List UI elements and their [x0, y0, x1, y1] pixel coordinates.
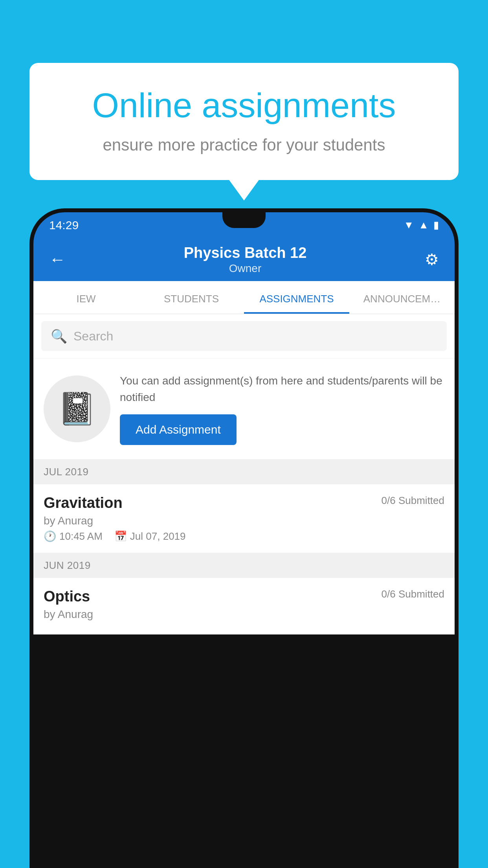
- back-button[interactable]: ←: [45, 246, 70, 273]
- assignment-top-row-optics: Optics 0/6 Submitted: [44, 588, 444, 605]
- batch-owner: Owner: [70, 262, 421, 275]
- app-bar-title: Physics Batch 12 Owner: [70, 245, 421, 275]
- info-section: 📓 You can add assignment(s) from here an…: [33, 359, 455, 460]
- search-bar[interactable]: 🔍 Search: [41, 321, 447, 351]
- assignment-top-row: Gravitation 0/6 Submitted: [44, 495, 444, 511]
- calendar-icon: 📅: [114, 530, 127, 542]
- assignment-author-optics: by Anurag: [44, 608, 444, 621]
- status-time: 14:29: [49, 219, 79, 232]
- add-assignment-button[interactable]: Add Assignment: [120, 414, 237, 445]
- search-icon: 🔍: [51, 328, 67, 344]
- app-bar: ← Physics Batch 12 Owner ⚙: [33, 238, 455, 281]
- search-placeholder: Search: [73, 329, 113, 344]
- assignment-status-optics: 0/6 Submitted: [382, 588, 444, 600]
- section-header-jun: JUN 2019: [33, 553, 455, 578]
- phone-inner: 14:29 ▼ ▲ ▮ ← Physics Batch 12 Owner ⚙ I…: [33, 212, 455, 868]
- assignment-status-gravitation: 0/6 Submitted: [382, 495, 444, 507]
- assignment-item-optics[interactable]: Optics 0/6 Submitted by Anurag: [33, 578, 455, 634]
- battery-icon: ▮: [433, 219, 439, 231]
- batch-title: Physics Batch 12: [70, 245, 421, 261]
- tab-students[interactable]: STUDENTS: [139, 281, 244, 314]
- speech-bubble: Online assignments ensure more practice …: [29, 63, 459, 180]
- clock-icon: 🕐: [44, 530, 56, 542]
- wifi-icon: ▼: [404, 219, 414, 231]
- signal-icon: ▲: [418, 219, 429, 231]
- assignment-time-gravitation: 🕐 10:45 AM: [44, 530, 103, 542]
- tab-iew[interactable]: IEW: [33, 281, 139, 314]
- tab-announcements[interactable]: ANNOUNCEM…: [349, 281, 455, 314]
- settings-button[interactable]: ⚙: [421, 246, 443, 272]
- assignment-author-gravitation: by Anurag: [44, 515, 444, 527]
- notch: [222, 212, 266, 228]
- status-icons: ▼ ▲ ▮: [404, 219, 439, 231]
- status-bar: 14:29 ▼ ▲ ▮: [33, 212, 455, 238]
- assignment-meta-gravitation: 🕐 10:45 AM 📅 Jul 07, 2019: [44, 530, 444, 542]
- phone-frame: 14:29 ▼ ▲ ▮ ← Physics Batch 12 Owner ⚙ I…: [29, 208, 459, 868]
- screen-content: 🔍 Search 📓 You can add assignment(s) fro…: [33, 314, 455, 634]
- bubble-title: Online assignments: [57, 86, 431, 125]
- assignment-icon-circle: 📓: [44, 375, 110, 442]
- info-description: You can add assignment(s) from here and …: [120, 373, 444, 406]
- assignment-item-gravitation[interactable]: Gravitation 0/6 Submitted by Anurag 🕐 10…: [33, 484, 455, 553]
- bubble-subtitle: ensure more practice for your students: [57, 136, 431, 154]
- info-text-area: You can add assignment(s) from here and …: [120, 373, 444, 445]
- assignment-title-optics: Optics: [44, 588, 90, 605]
- section-header-jul: JUL 2019: [33, 460, 455, 484]
- speech-bubble-container: Online assignments ensure more practice …: [29, 63, 459, 180]
- assignment-date-gravitation: 📅 Jul 07, 2019: [114, 530, 186, 542]
- tabs-container: IEW STUDENTS ASSIGNMENTS ANNOUNCEM…: [33, 281, 455, 314]
- assignment-title-gravitation: Gravitation: [44, 495, 123, 511]
- search-container: 🔍 Search: [33, 314, 455, 359]
- tab-assignments[interactable]: ASSIGNMENTS: [244, 281, 349, 314]
- notebook-icon: 📓: [57, 390, 97, 427]
